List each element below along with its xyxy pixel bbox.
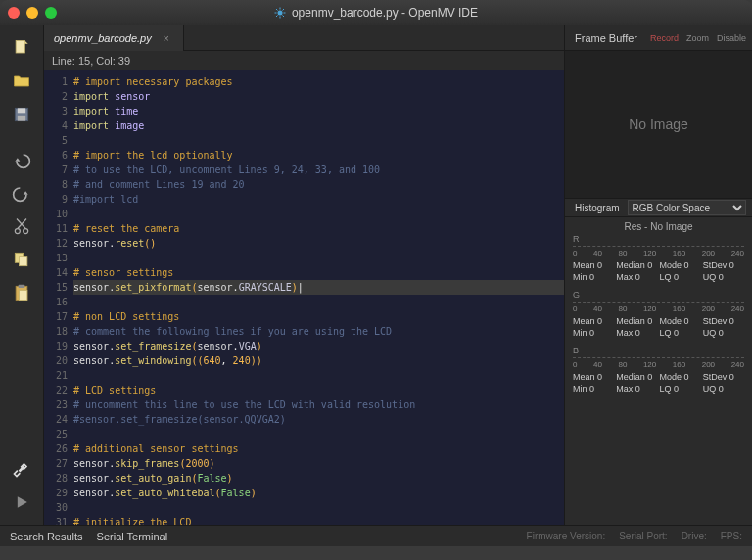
redo-button[interactable] [7, 178, 36, 208]
histogram-title: Histogram [575, 203, 620, 213]
run-button[interactable] [7, 488, 36, 517]
footer-tab-serial[interactable]: Serial Terminal [97, 531, 168, 542]
fb-action-disable[interactable]: Disable [717, 33, 746, 43]
svg-line-5 [276, 9, 278, 11]
connect-button[interactable] [7, 454, 36, 484]
tab-filename: openmv_barcode.py [54, 32, 152, 44]
histogram-resolution: Res - No Image [565, 217, 752, 234]
frame-buffer-empty-label: No Image [629, 117, 688, 132]
save-file-button[interactable] [7, 100, 36, 129]
fb-action-zoom[interactable]: Zoom [686, 33, 709, 43]
editor-tab[interactable]: openmv_barcode.py × [44, 25, 184, 51]
app-icon [274, 7, 286, 19]
window-title: openmv_barcode.py - OpenMV IDE [292, 6, 478, 20]
svg-line-7 [276, 16, 278, 18]
histogram-channel-b: B04080120160200240Mean 0Median 0Mode 0St… [565, 346, 752, 401]
svg-rect-21 [20, 291, 27, 301]
undo-button[interactable] [7, 145, 36, 174]
histogram-channel-g: G04080120160200240Mean 0Median 0Mode 0St… [565, 290, 752, 346]
copy-button[interactable] [7, 245, 36, 274]
cursor-position: Line: 15, Col: 39 [44, 51, 564, 70]
drive-label: Drive: [682, 531, 707, 541]
svg-rect-9 [16, 41, 24, 54]
minimize-window-button[interactable] [26, 7, 38, 19]
footer: Search Results Serial Terminal Firmware … [0, 525, 752, 546]
svg-rect-18 [20, 257, 27, 266]
fps-label: FPS: [721, 531, 742, 541]
svg-rect-20 [19, 285, 25, 288]
code-editor[interactable]: 1234567891011121314151617181920212223242… [44, 70, 564, 525]
frame-buffer-title: Frame Buffer [575, 32, 637, 44]
new-file-button[interactable] [7, 33, 36, 63]
svg-point-0 [277, 11, 282, 16]
close-tab-button[interactable]: × [160, 32, 173, 44]
zoom-window-button[interactable] [45, 7, 57, 19]
titlebar: openmv_barcode.py - OpenMV IDE [0, 0, 752, 25]
serial-port-label: Serial Port: [619, 531, 667, 541]
cut-button[interactable] [7, 211, 36, 241]
open-file-button[interactable] [7, 67, 36, 96]
left-toolbar [0, 25, 44, 525]
close-window-button[interactable] [8, 7, 20, 19]
svg-point-14 [24, 229, 28, 234]
svg-rect-11 [18, 108, 25, 113]
svg-line-8 [282, 9, 284, 11]
color-space-select[interactable]: RGB Color Space [628, 200, 746, 215]
svg-point-13 [15, 229, 20, 234]
frame-buffer-view: No Image [565, 51, 752, 198]
footer-tab-search[interactable]: Search Results [10, 531, 83, 542]
histogram-channel-r: R04080120160200240Mean 0Median 0Mode 0St… [565, 234, 752, 290]
paste-button[interactable] [7, 278, 36, 307]
svg-rect-12 [18, 116, 25, 121]
svg-line-6 [282, 16, 284, 18]
firmware-version-label: Firmware Version: [527, 531, 606, 541]
fb-action-record[interactable]: Record [650, 33, 679, 43]
svg-line-22 [20, 467, 24, 472]
